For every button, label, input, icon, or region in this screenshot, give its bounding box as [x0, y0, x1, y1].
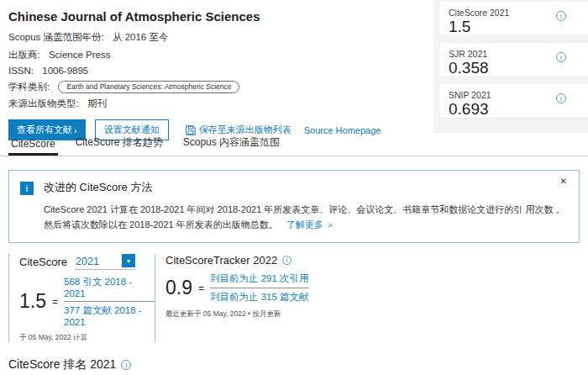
citescore-year-select[interactable]: 2021 ▾	[75, 254, 135, 270]
page-title: Chinese Journal of Atmospheric Sciences	[8, 9, 433, 24]
coverage-label: Scopus 涵盖范围年份:	[8, 32, 104, 42]
citescore-ranking-section: CiteScore 排名 2021 i 类别 排名 百分位 Earth and …	[8, 357, 580, 375]
sjr-metric-card: SJR 2021 0.358 i	[440, 43, 588, 76]
source-type-label: 来源出版物类型:	[8, 98, 79, 108]
source-type-value: 期刊	[87, 98, 107, 108]
subject-label: 学科类别:	[8, 82, 50, 92]
info-icon[interactable]: i	[121, 360, 131, 370]
citescore-tracker-block: CiteScoreTracker 2022 i 0.9 = 到目前为止 291 …	[155, 254, 356, 343]
top-region: Chinese Journal of Atmospheric Sciences …	[0, 0, 588, 133]
chevron-down-icon[interactable]: ▾	[122, 254, 135, 267]
coverage-value: 从 2016 至今	[113, 32, 168, 42]
banner-title: 改进的 CiteScore 方法	[44, 180, 567, 195]
subject-area-chip[interactable]: Earth and Planetary Sciences: Atmospheri…	[58, 81, 239, 93]
snip-metric-card: SNIP 2021 0.693 i	[440, 84, 588, 117]
tracker-citations-link[interactable]: 到目前为止 291 次引用	[210, 272, 309, 288]
tracker-fraction: 到目前为止 291 次引用 到目前为止 315 篇文献	[210, 272, 309, 304]
publisher-label: 出版商:	[8, 50, 40, 60]
publisher-value: Science Press	[49, 50, 111, 60]
source-type-line: 来源出版物类型: 期刊	[8, 98, 433, 110]
tab-citescore[interactable]: CiteScore	[8, 133, 58, 156]
subject-line: 学科类别: Earth and Planetary Sciences: Atmo…	[8, 81, 433, 93]
citescore-value-row: 1.5 = 568 引文 2018 - 2021 377 篇文献 2018 - …	[19, 276, 155, 327]
tab-citescore-rank-trend[interactable]: CiteScore 排名趋势	[73, 130, 165, 156]
info-banner-icon: i	[20, 182, 34, 195]
close-icon[interactable]: ✕	[560, 177, 567, 186]
tracker-block-header: CiteScoreTracker 2022 i	[165, 254, 356, 267]
citescore-fraction: 568 引文 2018 - 2021 377 篇文献 2018 - 2021	[64, 276, 155, 327]
documents-link[interactable]: 377 篇文献 2018 - 2021	[64, 302, 155, 327]
tracker-value: 0.9	[165, 277, 192, 299]
learn-more-link[interactable]: 了解更多 ＞	[286, 219, 335, 230]
banner-body-line1: CiteScore 2021 计算在 2018-2021 年间对 2018-20…	[44, 204, 522, 214]
citescore-value: 1.5	[19, 290, 46, 313]
source-homepage-link[interactable]: Source Homepage	[304, 125, 381, 135]
citescore-blocks: CiteScore 2021 ▾ 1.5 = 568 引文 2018 - 202…	[8, 254, 580, 343]
issn-label: ISSN:	[8, 66, 34, 76]
tracker-value-row: 0.9 = 到目前为止 291 次引用 到目前为止 315 篇文献	[165, 272, 356, 304]
tracker-block-title: CiteScoreTracker 2022	[165, 254, 277, 267]
citescore-block-title: CiteScore	[19, 256, 67, 268]
info-icon[interactable]: i	[556, 93, 566, 103]
citescore-calc-date: 于 05 May, 2022 计算	[19, 333, 155, 343]
info-icon[interactable]: i	[556, 52, 566, 62]
tab-scopus-coverage[interactable]: Scopus 内容涵盖范围	[181, 130, 282, 156]
citescore-method-banner: i 改进的 CiteScore 方法 CiteScore 2021 计算在 20…	[8, 170, 580, 243]
issn-value: 1006-9895	[42, 66, 88, 76]
equals-sign: =	[52, 296, 58, 308]
journal-header: Chinese Journal of Atmospheric Sciences …	[0, 0, 433, 133]
banner-body: CiteScore 2021 计算在 2018-2021 年间对 2018-20…	[44, 203, 567, 232]
citescore-year-value: 2021	[75, 256, 122, 269]
metrics-sidebar: CiteScore 2021 1.5 i SJR 2021 0.358 i SN…	[433, 0, 588, 133]
ranking-title-row: CiteScore 排名 2021 i	[8, 357, 580, 372]
equals-sign: =	[198, 283, 204, 294]
tracker-documents-link[interactable]: 到目前为止 315 篇文献	[210, 288, 309, 304]
ranking-title: CiteScore 排名 2021	[8, 357, 116, 372]
publisher-line: 出版商: Science Press	[8, 49, 433, 61]
info-icon[interactable]: i	[282, 256, 291, 265]
citescore-metric-card: CiteScore 2021 1.5 i	[440, 2, 588, 34]
citescore-block-header: CiteScore 2021 ▾	[19, 254, 155, 270]
issn-line: ISSN: 1006-9895	[8, 66, 433, 76]
info-icon[interactable]: i	[556, 11, 566, 21]
citescore-block: CiteScore 2021 ▾ 1.5 = 568 引文 2018 - 202…	[8, 254, 155, 343]
coverage-line: Scopus 涵盖范围年份: 从 2016 至今	[8, 31, 433, 44]
tracker-update-date: 最近更新于 05 May, 2022 • 按月更新	[165, 309, 356, 320]
citations-link[interactable]: 568 引文 2018 - 2021	[64, 276, 155, 302]
